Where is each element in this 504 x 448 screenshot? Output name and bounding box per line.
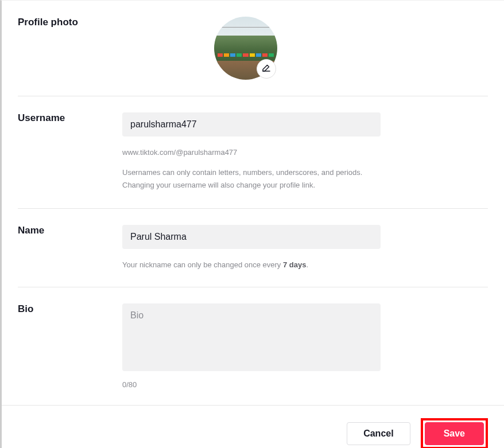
name-helper: Your nickname can only be changed once e… xyxy=(122,259,381,271)
cancel-button[interactable]: Cancel xyxy=(347,422,410,445)
bio-counter: 0/80 xyxy=(122,380,381,389)
username-url: www.tiktok.com/@parulsharma477 xyxy=(122,147,381,158)
edit-icon xyxy=(261,63,272,75)
username-label: Username xyxy=(18,112,122,124)
profile-photo-label: Profile photo xyxy=(18,17,122,28)
save-highlight: Save xyxy=(421,418,488,449)
username-helper: Usernames can only contain letters, numb… xyxy=(122,166,381,193)
username-section: Username www.tiktok.com/@parulsharma477 … xyxy=(18,96,488,209)
edit-photo-button[interactable] xyxy=(257,59,276,79)
bio-section: Bio 0/80 xyxy=(18,287,488,405)
bio-label: Bio xyxy=(18,303,122,315)
profile-photo-section: Profile photo xyxy=(18,1,488,96)
name-section: Name Your nickname can only be changed o… xyxy=(18,209,488,287)
name-input[interactable] xyxy=(122,225,381,249)
bio-textarea[interactable] xyxy=(122,303,381,371)
name-label: Name xyxy=(18,225,122,236)
footer: Cancel Save xyxy=(2,405,504,449)
save-button[interactable]: Save xyxy=(425,422,484,445)
username-input[interactable] xyxy=(122,112,381,137)
